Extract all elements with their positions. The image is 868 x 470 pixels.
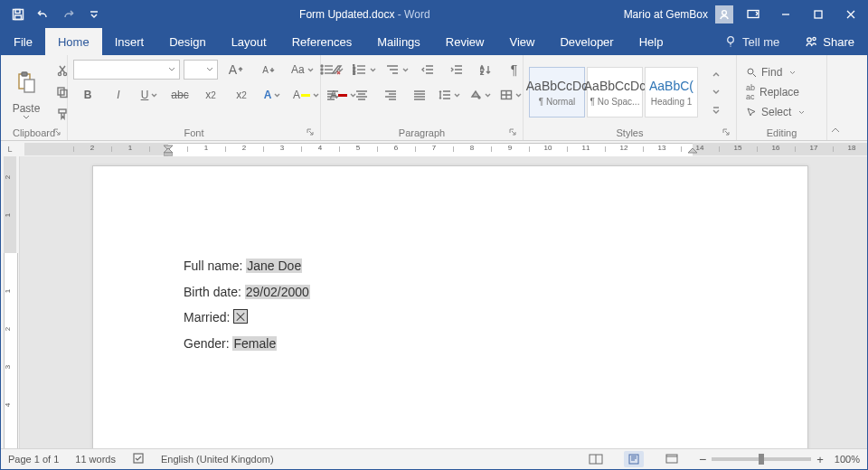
maximize-button[interactable]: [802, 1, 835, 28]
shading-button[interactable]: [466, 85, 495, 105]
view-print-layout[interactable]: [624, 451, 644, 467]
field-married-checkbox[interactable]: [233, 309, 248, 324]
view-read-mode[interactable]: [586, 451, 606, 467]
field-fullname[interactable]: Jane Doe: [246, 258, 302, 273]
zoom-in-button[interactable]: +: [816, 453, 824, 466]
paragraph-dialog-launcher[interactable]: [508, 127, 517, 136]
subscript-button[interactable]: x2: [197, 85, 224, 105]
font-name-combo[interactable]: [73, 60, 180, 80]
view-web-layout[interactable]: [662, 451, 682, 467]
find-button[interactable]: Find: [742, 62, 799, 82]
svg-rect-17: [59, 109, 66, 113]
share-button[interactable]: Share: [792, 28, 867, 55]
styles-scroll-down[interactable]: [703, 84, 730, 100]
bold-button[interactable]: B: [74, 85, 101, 105]
svg-point-19: [321, 69, 323, 70]
shrink-font-button[interactable]: A: [255, 60, 282, 80]
ribbon-display-options-button[interactable]: [737, 1, 769, 28]
redo-button[interactable]: [57, 3, 80, 26]
underline-button[interactable]: U: [136, 85, 163, 105]
zoom-out-button[interactable]: −: [699, 452, 706, 466]
grow-font-button[interactable]: A: [222, 60, 250, 80]
tab-selector[interactable]: L: [1, 145, 19, 154]
increase-indent-button[interactable]: [443, 60, 470, 80]
style-no-spacing[interactable]: AaBbCcDc¶ No Spac...: [587, 67, 643, 118]
decrease-indent-button[interactable]: [414, 60, 441, 80]
ribbon: Paste Clipboard A A Aa: [1, 55, 867, 141]
field-birthdate[interactable]: 29/02/2000: [245, 285, 310, 299]
zoom-slider-thumb[interactable]: [759, 454, 764, 465]
font-dialog-launcher[interactable]: [306, 127, 315, 136]
tab-help[interactable]: Help: [627, 28, 676, 55]
align-right-button[interactable]: [377, 85, 404, 105]
tab-review[interactable]: Review: [433, 28, 497, 55]
svg-rect-2: [15, 15, 22, 20]
align-center-button[interactable]: [348, 85, 375, 105]
horizontal-ruler[interactable]: 21123456789101112131415161718: [24, 141, 867, 157]
svg-marker-32: [688, 148, 697, 153]
style-normal[interactable]: AaBbCcDc¶ Normal: [529, 67, 585, 118]
svg-marker-30: [164, 148, 173, 153]
font-size-combo[interactable]: [184, 60, 218, 80]
superscript-button[interactable]: x2: [228, 85, 255, 105]
tab-references[interactable]: References: [279, 28, 364, 55]
close-button[interactable]: [835, 1, 867, 28]
align-left-button[interactable]: [319, 85, 346, 105]
tab-insert[interactable]: Insert: [102, 28, 157, 55]
status-page[interactable]: Page 1 of 1: [8, 454, 59, 465]
tab-home[interactable]: Home: [45, 28, 102, 55]
justify-button[interactable]: [406, 85, 433, 105]
tab-file[interactable]: File: [1, 28, 45, 55]
svg-rect-1: [15, 10, 20, 14]
minimize-button[interactable]: [769, 1, 802, 28]
sort-button[interactable]: AZ: [472, 60, 499, 80]
tell-me-search[interactable]: Tell me: [712, 28, 792, 55]
svg-point-3: [722, 11, 727, 15]
account-block[interactable]: Mario at GemBox: [624, 5, 737, 24]
window-title: Form Updated.docx - Word: [106, 8, 624, 21]
line-spacing-button[interactable]: [435, 85, 464, 105]
zoom-level[interactable]: 100%: [835, 454, 860, 465]
multilevel-list-button[interactable]: [382, 60, 412, 80]
status-language[interactable]: English (United Kingdom): [161, 454, 274, 465]
document-area[interactable]: Full name: Jane Doe Birth date: 29/02/20…: [20, 156, 867, 449]
bullets-button[interactable]: [316, 60, 347, 80]
save-button[interactable]: [6, 3, 30, 26]
strikethrough-button[interactable]: abc: [166, 85, 193, 105]
select-button[interactable]: Select: [742, 102, 808, 122]
replace-button[interactable]: abacReplace: [742, 82, 803, 102]
zoom-slider[interactable]: [712, 457, 811, 461]
paste-button[interactable]: [7, 65, 45, 101]
styles-dialog-launcher[interactable]: [722, 127, 731, 136]
document-content[interactable]: Full name: Jane Doe Birth date: 29/02/20…: [184, 253, 310, 357]
numbering-button[interactable]: 123: [349, 60, 380, 80]
tab-mailings[interactable]: Mailings: [364, 28, 433, 55]
clipboard-dialog-launcher[interactable]: [52, 127, 61, 136]
document-name: Form Updated.docx: [299, 8, 394, 21]
svg-text:Z: Z: [480, 70, 484, 75]
tab-design[interactable]: Design: [156, 28, 218, 55]
qat-customize-button[interactable]: [82, 3, 106, 26]
group-editing-label: Editing: [767, 127, 797, 138]
svg-point-7: [731, 46, 731, 47]
svg-point-13: [58, 72, 61, 75]
italic-button[interactable]: I: [105, 85, 132, 105]
borders-button[interactable]: [496, 85, 525, 105]
group-font-label: Font: [184, 127, 203, 138]
tab-layout[interactable]: Layout: [219, 28, 279, 55]
tab-developer[interactable]: Developer: [547, 28, 626, 55]
collapse-ribbon-button[interactable]: [827, 55, 844, 140]
status-word-count[interactable]: 11 words: [75, 454, 116, 465]
undo-button[interactable]: [32, 3, 55, 26]
status-proofing-icon[interactable]: [132, 452, 145, 466]
text-effects-button[interactable]: A: [259, 85, 286, 105]
style-heading-1[interactable]: AaBbC(Heading 1: [645, 67, 698, 118]
tab-view[interactable]: View: [496, 28, 547, 55]
change-case-button[interactable]: Aa: [288, 60, 317, 80]
styles-expand[interactable]: [703, 102, 730, 118]
styles-scroll-up[interactable]: [703, 66, 730, 82]
field-gender[interactable]: Female: [232, 336, 277, 351]
vertical-ruler[interactable]: 211234: [1, 156, 20, 449]
svg-point-8: [807, 38, 811, 42]
paste-dropdown-icon[interactable]: [23, 115, 30, 120]
